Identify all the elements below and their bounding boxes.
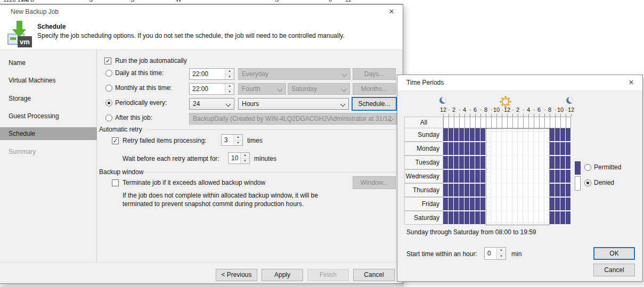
period-cell-permitted[interactable] [449,142,454,156]
count-spinner[interactable]: ▲▼ [496,248,506,259]
period-cell-permitted[interactable] [560,198,566,211]
all-hour-cell[interactable] [518,117,523,128]
period-cell-permitted[interactable] [443,142,449,156]
period-cell-permitted[interactable] [464,184,470,198]
window-button[interactable]: Window... [353,176,396,189]
main-dialog-titlebar[interactable]: New Backup Job × [0,5,403,19]
denied-radio[interactable] [584,179,591,186]
period-cell-permitted[interactable] [550,142,555,156]
period-cell-permitted[interactable] [464,142,470,156]
period-cell-permitted[interactable] [480,198,486,211]
all-hour-cell[interactable] [555,117,560,128]
period-cell-permitted[interactable] [454,211,459,225]
period-cell-permitted[interactable] [459,156,464,170]
period-cell-permitted[interactable] [566,184,571,198]
period-cell-permitted[interactable] [470,170,475,184]
all-hour-cell[interactable] [454,117,459,128]
period-cell-permitted[interactable] [459,170,464,184]
period-cell-permitted[interactable] [475,184,480,198]
period-cell-permitted[interactable] [454,128,459,142]
period-cell-permitted[interactable] [560,128,566,142]
period-cell-permitted[interactable] [470,211,475,225]
period-cell-permitted[interactable] [459,211,464,225]
daily-frequency-select[interactable]: Everyday [238,68,350,80]
period-cell-permitted[interactable] [480,211,486,225]
period-cell-permitted[interactable] [566,198,571,211]
time-periods-titlebar[interactable]: Time Periods × [397,75,642,90]
monthly-week-select[interactable]: Fourth [238,83,286,95]
period-cell-permitted[interactable] [566,128,571,142]
period-cell-permitted[interactable] [550,128,555,142]
period-cell-permitted[interactable] [464,198,470,211]
period-cell-permitted[interactable] [480,184,486,198]
count-spinner[interactable]: ▲▼ [240,153,249,163]
period-cell-permitted[interactable] [475,170,480,184]
period-cell-permitted[interactable] [449,198,454,211]
all-hour-cell[interactable] [491,117,496,128]
day-label[interactable]: Friday [404,197,443,211]
period-cell-permitted[interactable] [555,170,560,184]
previous-button[interactable]: < Previous [216,269,257,281]
period-cell-permitted[interactable] [454,142,459,156]
period-cell-permitted[interactable] [443,184,449,198]
after-job-select[interactable]: BackupDaily (Created by WIN-4LQ2DGACGH2\… [189,113,397,125]
period-cell-permitted[interactable] [454,198,459,211]
all-hour-cell[interactable] [443,117,449,128]
period-cell-permitted[interactable] [475,211,480,225]
period-cell-permitted[interactable] [449,211,454,225]
period-value-select[interactable]: 24 [189,98,234,110]
period-cell-permitted[interactable] [550,198,555,211]
monthly-day-select[interactable]: Saturday [288,83,350,95]
all-hour-cell[interactable] [470,117,475,128]
sidebar-item-name[interactable]: Name [9,59,26,67]
all-hour-cell[interactable] [502,117,507,128]
daily-time-field[interactable]: 22:00 ▲▼ [189,68,234,80]
period-cell-permitted[interactable] [449,156,454,170]
period-cell-permitted[interactable] [454,184,459,198]
all-hour-cell[interactable] [496,117,502,128]
period-cell-permitted[interactable] [470,184,475,198]
all-hour-cell[interactable] [534,117,539,128]
period-cell-permitted[interactable] [550,184,555,198]
schedule-button[interactable]: Schedule... [352,97,397,111]
period-cell-permitted[interactable] [454,156,459,170]
monthly-radio[interactable] [105,85,112,92]
period-cell-permitted[interactable] [449,184,454,198]
period-cell-permitted[interactable] [560,211,566,225]
day-label[interactable]: Sunday [404,128,443,142]
day-label[interactable]: Monday [404,142,443,155]
period-cell-permitted[interactable] [560,184,566,198]
period-cell-permitted[interactable] [560,156,566,170]
day-label[interactable]: Wednesday [404,169,443,183]
start-time-field[interactable]: 0 ▲▼ [484,247,506,260]
sidebar-item-summary[interactable]: Summary [9,148,36,155]
all-row-label[interactable]: All [404,117,443,128]
period-cell-permitted[interactable] [459,142,464,156]
period-cell-permitted[interactable] [470,198,475,211]
period-cell-permitted[interactable] [566,142,571,156]
monthly-time-field[interactable]: 22:00 ▲▼ [189,83,234,95]
period-cell-permitted[interactable] [443,170,449,184]
day-label[interactable]: Saturday [404,211,443,225]
all-hour-cell[interactable] [475,117,480,128]
period-cell-permitted[interactable] [475,128,480,142]
period-cell-permitted[interactable] [443,211,449,225]
close-icon[interactable]: × [625,78,637,87]
period-cell-permitted[interactable] [480,156,486,170]
terminate-checkbox[interactable] [112,179,119,186]
period-cell-permitted[interactable] [555,211,560,225]
all-hour-cell[interactable] [523,117,528,128]
all-hour-cell[interactable] [512,117,518,128]
period-cell-permitted[interactable] [555,184,560,198]
period-cell-permitted[interactable] [550,170,555,184]
all-hour-cell[interactable] [486,117,491,128]
days-button[interactable]: Days... [353,68,396,80]
day-label[interactable]: Thursday [404,183,443,197]
count-spinner[interactable]: ▲▼ [233,135,242,145]
day-label[interactable]: Tuesday [404,155,443,169]
period-cell-permitted[interactable] [464,170,470,184]
sidebar-item-schedule[interactable]: Schedule [0,127,97,140]
months-button[interactable]: Months... [353,83,396,95]
period-cell-permitted[interactable] [464,211,470,225]
all-hour-cell[interactable] [449,117,454,128]
